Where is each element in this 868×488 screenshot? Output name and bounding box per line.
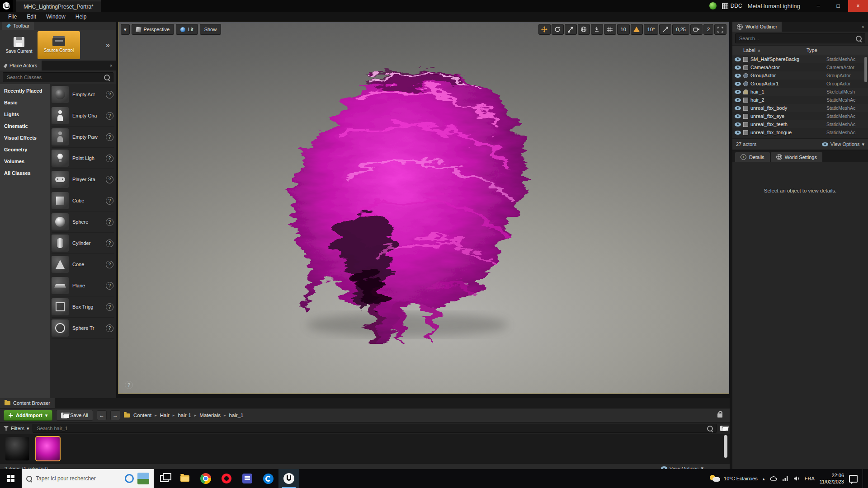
place-actor-item[interactable]: Cylinder? bbox=[52, 233, 114, 254]
outliner-row[interactable]: unreal_fbx_teethStaticMeshAc bbox=[732, 120, 868, 128]
save-search-icon[interactable] bbox=[720, 426, 726, 431]
visibility-eye-icon[interactable] bbox=[735, 74, 741, 78]
save-all-button[interactable]: Save All bbox=[56, 410, 93, 421]
place-actor-item[interactable]: Cube? bbox=[52, 190, 114, 211]
notification-center-button[interactable] bbox=[849, 475, 858, 483]
add-import-button[interactable]: Add/Import▾ bbox=[4, 410, 52, 421]
move-tool-button[interactable] bbox=[538, 24, 551, 35]
weather-widget[interactable]: 10°C Eclaircies bbox=[710, 475, 758, 482]
rotation-snap-button[interactable] bbox=[631, 24, 643, 35]
scale-snap-value[interactable]: 0,25 bbox=[672, 24, 689, 35]
world-outliner-close-button[interactable]: × bbox=[858, 24, 868, 29]
grid-snap-value[interactable]: 10 bbox=[617, 24, 630, 35]
visibility-eye-icon[interactable] bbox=[735, 98, 741, 102]
lock-icon[interactable] bbox=[717, 413, 722, 418]
category-visual-effects[interactable]: Visual Effects bbox=[0, 132, 50, 144]
tab-details[interactable]: iDetails bbox=[735, 152, 770, 162]
visibility-eye-icon[interactable] bbox=[735, 122, 741, 127]
visibility-eye-icon[interactable] bbox=[735, 82, 741, 86]
world-coordinate-button[interactable] bbox=[578, 24, 590, 35]
close-button[interactable]: × bbox=[848, 0, 868, 12]
cortana-icon[interactable] bbox=[125, 474, 134, 483]
breadcrumb-content[interactable]: Content bbox=[133, 413, 151, 418]
perspective-button[interactable]: Perspective bbox=[132, 24, 174, 35]
outliner-row[interactable]: unreal_fbx_eyeStaticMeshAc bbox=[732, 112, 868, 120]
path-folder-icon[interactable] bbox=[124, 413, 130, 418]
place-actor-item[interactable]: Empty Act? bbox=[52, 84, 114, 105]
surface-snap-button[interactable] bbox=[591, 24, 603, 35]
category-recently-placed[interactable]: Recently Placed bbox=[0, 85, 50, 97]
rotation-snap-value[interactable]: 10° bbox=[644, 24, 659, 35]
place-actor-item[interactable]: Sphere Tr? bbox=[52, 318, 114, 339]
search-highlight-thumbnail[interactable] bbox=[137, 473, 149, 484]
outliner-row[interactable]: unreal_fbx_tongueStaticMeshAc bbox=[732, 128, 868, 136]
place-actors-tab[interactable]: Place Actors bbox=[0, 61, 42, 70]
breadcrumb-hair[interactable]: Hair bbox=[160, 413, 170, 418]
viewport-help-button[interactable]: ? bbox=[125, 381, 133, 389]
tray-expand-button[interactable]: ▴ bbox=[763, 476, 765, 481]
maximize-viewport-button[interactable] bbox=[714, 24, 726, 35]
cloud-sync-button[interactable] bbox=[770, 476, 777, 481]
taskbar-search[interactable]: Taper ici pour rechercher bbox=[22, 469, 154, 488]
task-view-button[interactable] bbox=[154, 469, 175, 488]
source-control-button[interactable]: Source Control bbox=[38, 31, 80, 59]
category-basic[interactable]: Basic bbox=[0, 97, 50, 108]
show-button[interactable]: Show bbox=[200, 24, 222, 35]
world-outliner-tab[interactable]: World Outliner bbox=[732, 22, 782, 32]
document-tab[interactable]: MHC_LightingPreset_Portra* bbox=[16, 0, 101, 12]
save-current-button[interactable]: Save Current bbox=[2, 31, 36, 59]
language-indicator[interactable]: FRA bbox=[805, 476, 815, 481]
forward-button[interactable]: → bbox=[110, 410, 120, 420]
volume-button[interactable] bbox=[793, 476, 800, 481]
rotate-tool-button[interactable] bbox=[552, 24, 564, 35]
visibility-eye-icon[interactable] bbox=[735, 131, 741, 135]
lit-button[interactable]: Lit bbox=[176, 24, 198, 35]
category-all-classes[interactable]: All Classes bbox=[0, 167, 50, 179]
asset-thumbnail-hair-1-selected[interactable] bbox=[36, 437, 60, 460]
place-actors-close-button[interactable]: × bbox=[106, 63, 116, 68]
place-actor-item[interactable]: Cone? bbox=[52, 254, 114, 275]
toolbar-tab[interactable]: Toolbar bbox=[2, 22, 34, 30]
file-explorer-button[interactable] bbox=[175, 469, 195, 488]
place-actor-item[interactable]: Box Trigg? bbox=[52, 296, 114, 318]
network-button[interactable] bbox=[782, 476, 788, 481]
visibility-eye-icon[interactable] bbox=[735, 66, 741, 70]
chrome-button[interactable] bbox=[195, 469, 216, 488]
tab-world-settings[interactable]: World Settings bbox=[771, 152, 822, 162]
place-actor-item[interactable]: Empty Paw? bbox=[52, 127, 114, 148]
opera-button[interactable] bbox=[216, 469, 237, 488]
category-cinematic[interactable]: Cinematic bbox=[0, 120, 50, 132]
clock[interactable]: 22:06 11/02/2023 bbox=[820, 472, 844, 485]
browser-app-button[interactable] bbox=[258, 469, 278, 488]
breadcrumb-materials[interactable]: Materials bbox=[199, 413, 221, 418]
category-lights[interactable]: Lights bbox=[0, 108, 50, 120]
outliner-row[interactable]: GroupActorGroupActor bbox=[732, 71, 868, 80]
content-browser-tab[interactable]: Content Browser bbox=[0, 398, 55, 408]
camera-speed-button[interactable] bbox=[690, 24, 703, 35]
menu-edit[interactable]: Edit bbox=[22, 13, 41, 21]
place-actor-item[interactable]: Plane? bbox=[52, 275, 114, 296]
filters-button[interactable]: Filters▾ bbox=[4, 426, 29, 432]
outliner-row[interactable]: hair_2StaticMeshAc bbox=[732, 96, 868, 104]
toolbar-expand-button[interactable]: » bbox=[101, 41, 114, 49]
teams-button[interactable] bbox=[237, 469, 258, 488]
outliner-view-options-button[interactable]: View Options▾ bbox=[822, 141, 864, 147]
column-type[interactable]: Type bbox=[807, 47, 817, 53]
breadcrumb-hair-1-material[interactable]: hair_1 bbox=[229, 413, 244, 418]
grid-snap-button[interactable] bbox=[604, 24, 616, 35]
maximize-button[interactable]: □ bbox=[828, 0, 848, 12]
menu-window[interactable]: Window bbox=[42, 13, 70, 21]
minimize-button[interactable]: – bbox=[808, 0, 828, 12]
visibility-eye-icon[interactable] bbox=[735, 90, 741, 94]
place-actor-item[interactable]: Sphere? bbox=[52, 211, 114, 233]
outliner-scrollbar[interactable] bbox=[864, 57, 867, 82]
scale-snap-button[interactable] bbox=[659, 24, 671, 35]
outliner-row[interactable]: unreal_fbx_bodyStaticMeshAc bbox=[732, 104, 868, 112]
column-label[interactable]: Label▲ bbox=[732, 47, 807, 53]
breadcrumb-hair-1[interactable]: hair-1 bbox=[178, 413, 191, 418]
show-desktop-button[interactable] bbox=[863, 469, 865, 488]
outliner-search-input[interactable] bbox=[735, 33, 865, 43]
visibility-eye-icon[interactable] bbox=[735, 57, 741, 61]
menu-file[interactable]: File bbox=[4, 13, 21, 21]
3d-viewport[interactable]: ▾ Perspective Lit Show 10 10° 0,25 2 bbox=[118, 22, 729, 394]
